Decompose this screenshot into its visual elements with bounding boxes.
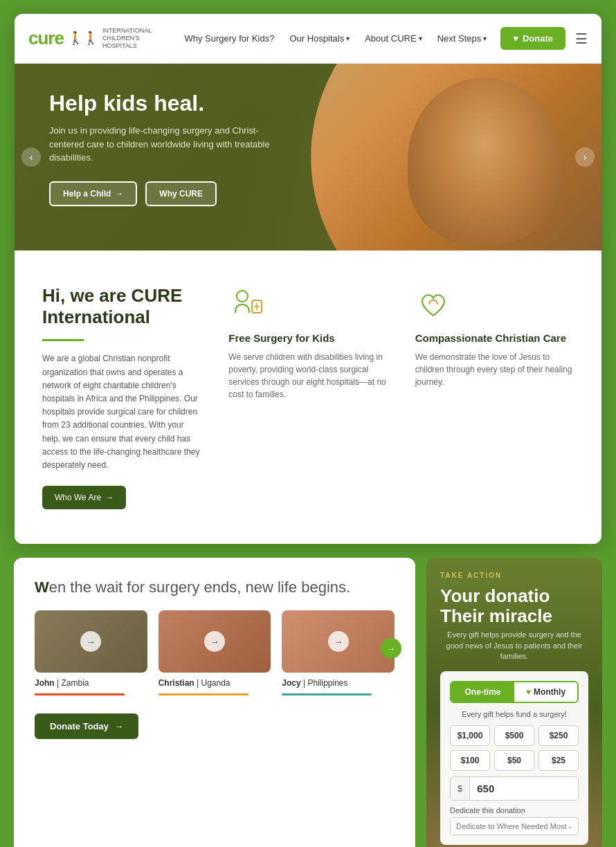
svg-point-0 [237,291,248,302]
feature-surgery-title: Free Surgery for Kids [228,332,387,344]
donation-headline: Your donatio Their miracle [440,586,588,626]
custom-amount-input[interactable] [470,777,579,800]
hero-buttons: Help a Child → Why CURE [49,181,271,206]
donation-form: One-time ♥ Monthly Every gift helps fund… [440,671,588,845]
about-section: Hi, we are CURE International We are a g… [15,251,601,544]
feature-care-desc: We demonstrate the love of Jesus to chil… [415,351,574,388]
care-icon [415,285,574,324]
story-bar-jocy [282,693,372,695]
amount-500[interactable]: $500 [494,725,534,746]
story-image-john: → [35,610,147,673]
amount-250[interactable]: $250 [538,725,579,746]
about-grid: Hi, we are CURE International We are a g… [42,285,574,509]
about-title: Hi, we are CURE International [42,285,201,328]
logo-cure-text: cure [28,28,64,49]
help-a-child-button[interactable]: Help a Child → [49,181,137,206]
story-bar-christian [158,693,248,695]
story-name-christian: Christian | Uganda [158,678,271,688]
hero-next-arrow[interactable]: › [575,147,595,167]
stories-panel: Wen the wait for surgery ends, new life … [14,558,415,847]
take-action-label: TAKE ACTION [440,572,588,579]
heart-icon: ♥ [513,33,518,44]
amount-100[interactable]: $100 [450,750,490,771]
arrow-icon: → [115,189,123,199]
chevron-down-icon: ▾ [419,35,422,42]
custom-amount-row: $ USD [450,776,579,801]
stories-headline: Wen the wait for surgery ends, new life … [35,579,395,596]
heart-icon: ♥ [526,687,531,697]
feature-care-title: Compassionate Christian Care [415,332,574,344]
amount-grid: $1,000 $500 $250 $100 $50 $25 [450,725,579,771]
about-divider [42,339,84,341]
donate-button[interactable]: ♥ Donate [500,27,565,50]
amount-1000[interactable]: $1,000 [450,725,490,746]
arrow-icon: → [105,493,114,502]
why-cure-button[interactable]: Why CURE [145,181,217,206]
nav-about-cure[interactable]: About CURE ▾ [365,33,422,44]
hero-section: Help kids heal. Join us in providing lif… [15,64,601,251]
amount-50[interactable]: $50 [494,750,534,771]
arrow-icon: → [114,721,123,731]
chevron-down-icon: ▾ [346,35,350,42]
navigation: cure 🚶🚶 INTERNATIONALCHILDREN'SHOSPITALS… [15,14,601,64]
bottom-row: Wen the wait for surgery ends, new life … [14,558,602,847]
feature-surgery: Free Surgery for Kids We serve children … [228,285,387,401]
nav-links: Why Surgery for Kids? Our Hospitals ▾ Ab… [184,33,487,44]
nav-next-steps[interactable]: Next Steps ▾ [437,33,487,44]
story-card-john: → John | Zambia [35,610,147,695]
story-name-jocy: Jocy | Philippines [282,678,395,688]
logo[interactable]: cure 🚶🚶 INTERNATIONALCHILDREN'SHOSPITALS [28,27,144,49]
dedicate-input[interactable] [450,817,579,835]
story-name-john: John | Zambia [35,678,147,688]
child-figure [408,78,560,244]
hero-content: Help kids heal. Join us in providing lif… [15,64,305,234]
frequency-tabs: One-time ♥ Monthly [450,681,579,703]
hero-title: Help kids heal. [49,91,271,116]
story-play-button[interactable]: → [328,631,349,652]
donate-today-button[interactable]: Donate Today → [35,713,138,739]
nav-why-surgery[interactable]: Why Surgery for Kids? [184,33,274,44]
story-bar-john [35,693,125,695]
dollar-sign: $ [451,778,470,799]
one-time-tab[interactable]: One-time [451,682,514,702]
donation-subtext: Every gift helps provide surgery and the… [440,630,588,662]
nav-hospitals[interactable]: Our Hospitals ▾ [289,33,350,44]
logo-subtitle: INTERNATIONALCHILDREN'SHOSPITALS [102,27,144,49]
hamburger-menu-icon[interactable]: ☰ [575,30,588,47]
story-image-jocy: → [282,610,395,673]
who-we-are-button[interactable]: Who We Are → [42,486,126,509]
surgery-icon [228,285,387,324]
donation-panel: TAKE ACTION Your donatio Their miracle E… [426,558,602,847]
feature-care: Compassionate Christian Care We demonstr… [415,285,574,388]
about-description: We are a global Christian nonprofit orga… [42,352,201,472]
story-play-button[interactable]: → [204,631,225,652]
story-image-christian: → [158,610,271,673]
stories-next-arrow[interactable]: → [381,638,401,659]
hero-child-image [279,64,601,251]
stories-cards: → John | Zambia → Christian | Uganda [35,610,395,695]
dedicate-label: Dedicate this donation [450,806,579,814]
amount-25[interactable]: $25 [538,750,579,771]
monthly-tab[interactable]: ♥ Monthly [514,682,577,702]
story-card-christian: → Christian | Uganda [158,610,271,695]
story-play-button[interactable]: → [80,631,101,652]
hero-description: Join us in providing life-changing surge… [49,124,271,165]
feature-surgery-desc: We serve children with disabilities livi… [228,351,387,401]
logo-people-icon: 🚶🚶 [68,30,98,46]
gift-description: Every gift helps fund a surgery! [450,710,579,718]
about-left-col: Hi, we are CURE International We are a g… [42,285,201,509]
story-card-jocy: → Jocy | Philippines → [282,610,395,695]
chevron-down-icon: ▾ [483,35,487,42]
